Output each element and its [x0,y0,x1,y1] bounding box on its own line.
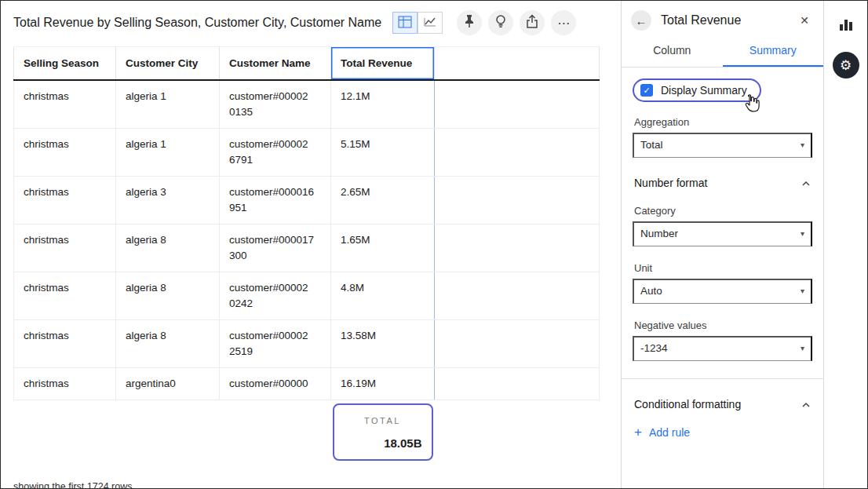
pin-button[interactable] [457,10,482,35]
display-summary-label: Display Summary [661,84,747,97]
unit-dropdown[interactable]: Auto ▾ [633,279,812,304]
insights-button[interactable] [488,10,513,35]
ellipsis-icon: ⋯ [557,16,570,31]
chart-config-button[interactable] [835,13,857,38]
column-header-empty [435,47,600,81]
cell-customer-name[interactable]: customer#000026791 [220,129,331,177]
cell-customer-city[interactable]: algeria 8 [116,272,220,320]
unit-value: Auto [640,285,662,297]
column-header-selling-season[interactable]: Selling Season [14,47,116,81]
share-icon [526,14,538,31]
cell-selling-season[interactable]: christmas [14,129,116,177]
hand-cursor-icon [742,93,760,115]
cell-customer-name[interactable]: customer#000020242 [220,272,331,320]
back-button[interactable]: ← [631,10,651,31]
total-label: TOTAL [344,413,422,429]
cell-selling-season[interactable]: christmas [14,80,116,129]
cell-customer-city[interactable]: algeria 8 [116,224,220,272]
cell-customer-name[interactable]: customer#000017300 [220,224,331,272]
cell-customer-name[interactable]: customer#000020135 [220,80,331,129]
check-icon: ✓ [643,86,650,96]
cell-total-revenue[interactable]: 2.65M [331,177,435,224]
chart-view-button[interactable] [418,12,443,34]
data-table: Selling Season Customer City Customer Na… [1,42,621,488]
aggregation-label: Aggregation [634,116,811,128]
negative-values-label: Negative values [634,319,811,331]
display-summary-checkbox[interactable]: ✓ [640,84,653,97]
cell-empty [435,129,600,177]
conditional-formatting-section[interactable]: Conditional formatting [634,398,811,411]
total-summary-box[interactable]: TOTAL 18.05B [333,403,433,461]
cell-total-revenue[interactable]: 12.1M [331,80,435,129]
column-header-customer-city[interactable]: Customer City [116,47,220,81]
back-arrow-icon: ← [636,14,647,27]
cell-total-revenue[interactable]: 1.65M [331,224,435,272]
more-options-button[interactable]: ⋯ [551,10,576,35]
cell-customer-city[interactable]: algeria 8 [116,320,220,368]
section-divider [622,378,823,379]
category-dropdown[interactable]: Number ▾ [633,221,812,246]
chart-view-icon [423,16,437,31]
cell-total-revenue[interactable]: 4.8M [331,272,435,320]
table-row: christmas algeria 1 customer#000020135 1… [14,80,600,129]
table-row: christmas algeria 1 customer#000026791 5… [14,129,600,177]
cell-customer-city[interactable]: algeria 1 [116,80,220,129]
cell-selling-season[interactable]: christmas [14,177,116,224]
cell-customer-city[interactable]: algeria 3 [116,177,220,224]
panel-body: ✓ Display Summary Aggregation Total ▾ Nu… [622,68,823,488]
view-toggle [392,12,443,34]
number-format-label: Number format [634,177,707,189]
bar-chart-icon [838,23,854,35]
caret-down-icon: ▾ [801,140,804,149]
cell-empty [435,368,600,400]
table-header-row: Selling Season Customer City Customer Na… [14,47,600,81]
cell-customer-city[interactable]: argentina0 [116,368,220,400]
table-row: christmas algeria 3 customer#000016951 2… [14,177,600,224]
share-button[interactable] [520,10,545,35]
column-header-customer-name[interactable]: Customer Name [220,47,331,81]
lightbulb-icon [495,14,506,31]
cell-selling-season[interactable]: christmas [14,368,116,400]
negative-values-dropdown[interactable]: -1234 ▾ [633,336,812,361]
caret-down-icon: ▾ [801,229,804,238]
tab-column[interactable]: Column [622,37,723,67]
main-header: Total Revenue by Selling Season, Custome… [1,1,621,42]
category-label: Category [634,205,811,217]
row-count-status: showing the first 1724 rows [13,481,132,488]
cell-total-revenue[interactable]: 5.15M [331,129,435,177]
cell-selling-season[interactable]: christmas [14,320,116,368]
table-row: christmas algeria 8 customer#000020242 4… [14,272,600,320]
close-panel-button[interactable]: ✕ [795,13,814,28]
column-header-total-revenue[interactable]: Total Revenue [331,47,435,81]
conditional-formatting-label: Conditional formatting [634,398,741,411]
negative-values-value: -1234 [640,342,668,354]
settings-button[interactable]: ⚙ [833,52,859,78]
column-settings-panel: ← Total Revenue ✕ Column Summary ✓ Displ… [622,1,824,488]
cell-customer-city[interactable]: algeria 1 [116,129,220,177]
cell-customer-name[interactable]: customer#000016951 [220,177,331,224]
cell-selling-season[interactable]: christmas [14,272,116,320]
cell-customer-name[interactable]: customer#00000 [220,368,331,400]
cell-empty [435,177,600,224]
table-view-button[interactable] [392,12,418,34]
unit-label: Unit [634,262,811,274]
add-rule-button[interactable]: + Add rule [633,425,691,440]
page-title: Total Revenue by Selling Season, Custome… [13,16,381,30]
cell-customer-name[interactable]: customer#000022519 [220,320,331,368]
cell-empty [435,272,600,320]
gear-icon: ⚙ [840,57,852,74]
tab-summary[interactable]: Summary [723,37,824,67]
aggregation-dropdown[interactable]: Total ▾ [633,133,812,158]
category-value: Number [640,228,678,239]
panel-tabs: Column Summary [622,37,823,68]
table-view-icon [398,16,412,31]
caret-down-icon: ▾ [801,286,804,295]
summary-row: TOTAL 18.05B [14,400,600,465]
cell-selling-season[interactable]: christmas [14,224,116,272]
cell-empty [435,80,600,129]
number-format-section[interactable]: Number format [634,177,811,189]
cell-total-revenue[interactable]: 13.58M [331,320,435,368]
panel-title: Total Revenue [661,13,795,27]
cell-total-revenue[interactable]: 16.19M [331,368,435,400]
action-buttons: ⋯ [450,10,576,35]
